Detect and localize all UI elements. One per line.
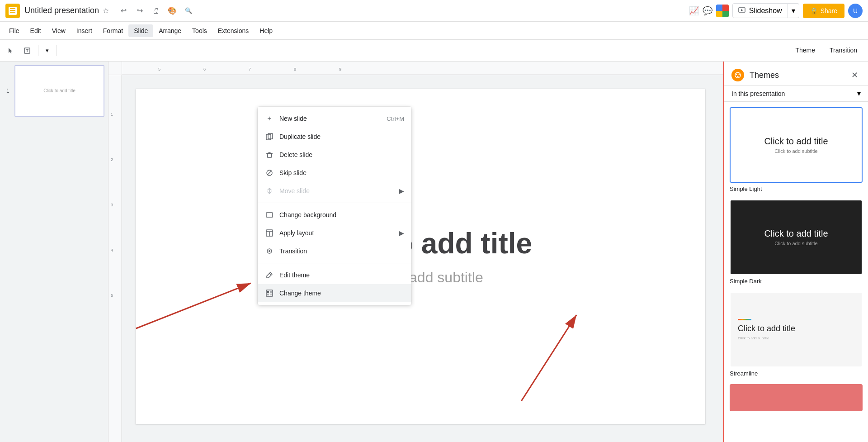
svg-text:5: 5 <box>158 67 160 71</box>
svg-text:8: 8 <box>294 67 296 71</box>
slideshow-button-group: Slideshow ▾ <box>732 3 799 18</box>
theme-streamline-title: Click to add title <box>731 324 862 333</box>
menu-item-extensions[interactable]: Extensions <box>212 24 254 37</box>
zoom-select-btn[interactable]: ▾ <box>42 43 52 58</box>
ctx-change-theme[interactable]: Change theme <box>258 284 411 302</box>
themes-filter-chevron: ▾ <box>857 89 861 98</box>
themes-panel-title: Themes <box>750 71 848 80</box>
svg-rect-3 <box>722 11 729 17</box>
theme-preview-coral[interactable] <box>730 384 863 411</box>
share-label: Share <box>821 7 837 14</box>
ctx-move-label: Move slide <box>279 187 394 195</box>
svg-text:1: 1 <box>111 112 113 117</box>
menu-item-arrange[interactable]: Arrange <box>153 24 187 37</box>
ctx-duplicate-slide[interactable]: Duplicate slide <box>258 128 411 146</box>
undo-btn[interactable]: ↩ <box>116 4 131 18</box>
ctx-new-slide-shortcut: Ctrl+M <box>387 115 404 122</box>
select-tool-btn[interactable] <box>4 43 18 58</box>
ctx-duplicate-label: Duplicate slide <box>279 133 404 140</box>
print-btn[interactable]: 🖨 <box>149 4 163 18</box>
star-icon[interactable]: ☆ <box>103 6 109 15</box>
ruler-corner <box>108 62 122 75</box>
svg-text:5: 5 <box>111 293 113 298</box>
menu-item-view[interactable]: View <box>47 24 71 37</box>
menu-item-insert[interactable]: Insert <box>71 24 98 37</box>
tab-transition[interactable]: Transition <box>822 43 864 58</box>
menu-item-edit[interactable]: Edit <box>25 24 47 37</box>
svg-text:3: 3 <box>111 203 113 207</box>
svg-point-28 <box>269 250 270 252</box>
ctx-background-icon <box>265 210 274 219</box>
svg-line-22 <box>267 171 272 175</box>
paint-btn[interactable]: 🎨 <box>165 4 179 18</box>
ctx-change-background[interactable]: Change background <box>258 206 411 224</box>
toolbar-sep-2 <box>56 45 57 56</box>
svg-rect-0 <box>716 5 722 11</box>
theme-streamline-subtitle: Click to add subtitle <box>731 336 769 340</box>
share-lock-icon: 🔒 <box>810 7 818 14</box>
zoom-level: ▾ <box>46 47 49 54</box>
svg-text:6: 6 <box>203 67 206 71</box>
ctx-edit-theme[interactable]: Edit theme <box>258 266 411 284</box>
toolbar-sep-1 <box>38 45 38 56</box>
share-button[interactable]: 🔒 Share <box>803 4 844 18</box>
ctx-background-label: Change background <box>279 211 404 219</box>
ctx-edit-theme-icon <box>265 271 274 280</box>
ctx-transition-icon <box>265 247 274 256</box>
themes-close-button[interactable]: ✕ <box>848 69 861 81</box>
ctx-transition[interactable]: Transition <box>258 242 411 260</box>
theme-simple-light-subtitle: Click to add subtitle <box>774 148 817 154</box>
svg-rect-31 <box>267 291 269 293</box>
themes-panel: Themes ✕ In this presentation ▾ Click to… <box>723 62 868 442</box>
ctx-skip-icon <box>265 168 274 177</box>
toolbar: ▾ Theme Transition <box>0 40 868 62</box>
ctx-layout-arrow: ▶ <box>399 229 404 237</box>
theme-streamline-accent <box>738 319 751 320</box>
menu-item-slide[interactable]: Slide <box>128 24 153 37</box>
text-tool-btn[interactable] <box>20 43 34 58</box>
tab-theme[interactable]: Theme <box>788 43 822 58</box>
theme-item-simple-light[interactable]: Click to add title Click to add subtitle… <box>730 107 863 192</box>
svg-text:7: 7 <box>249 67 251 71</box>
theme-item-streamline[interactable]: Click to add title Click to add subtitle… <box>730 292 863 377</box>
slide-canvas[interactable]: Click to add title Click to add subtitle <box>136 89 705 424</box>
slideshow-main-btn[interactable]: Slideshow <box>733 4 788 18</box>
ctx-change-theme-label: Change theme <box>279 290 404 297</box>
theme-item-coral[interactable] <box>730 384 863 411</box>
ctx-new-slide[interactable]: + New slide Ctrl+M <box>258 109 411 128</box>
top-right-actions: 📈 💬 Slideshow ▾ 🔒 Share U <box>689 3 863 18</box>
google-account-icon <box>716 5 729 17</box>
themes-filter-dropdown[interactable]: In this presentation ▾ <box>724 86 868 102</box>
slide-thumb-preview-1: Click to add title <box>15 66 104 116</box>
ctx-delete-slide[interactable]: Delete slide <box>258 146 411 164</box>
svg-rect-32 <box>270 291 272 293</box>
redo-btn[interactable]: ↪ <box>132 4 147 18</box>
menu-item-help[interactable]: Help <box>254 24 278 37</box>
ctx-delete-icon <box>265 150 274 159</box>
menu-item-file[interactable]: File <box>4 24 25 37</box>
ctx-move-arrow: ▶ <box>399 187 404 195</box>
svg-text:2: 2 <box>111 157 113 162</box>
themes-filter-label: In this presentation <box>731 90 857 97</box>
ctx-apply-layout[interactable]: Apply layout ▶ <box>258 224 411 242</box>
slides-panel: 1 Click to add title <box>0 62 108 442</box>
theme-preview-simple-dark[interactable]: Click to add title Click to add subtitle <box>730 200 863 275</box>
ctx-layout-label: Apply layout <box>279 229 394 237</box>
ctx-skip-slide[interactable]: Skip slide <box>258 164 411 182</box>
theme-preview-simple-light[interactable]: Click to add title Click to add subtitle <box>730 107 863 183</box>
presentation-title[interactable]: Untitled presentation <box>24 6 99 15</box>
themes-scroll-area[interactable]: Click to add title Click to add subtitle… <box>724 102 868 442</box>
menu-item-format[interactable]: Format <box>98 24 128 37</box>
user-avatar[interactable]: U <box>848 4 863 18</box>
zoom-btn[interactable]: 🔍 <box>181 4 196 18</box>
menu-item-tools[interactable]: Tools <box>187 24 212 37</box>
slideshow-dropdown-btn[interactable]: ▾ <box>788 4 799 18</box>
comment-icon[interactable]: 💬 <box>703 6 712 16</box>
ctx-layout-icon <box>265 228 274 238</box>
slideshow-label: Slideshow <box>749 7 782 15</box>
app-icon <box>5 4 20 18</box>
trend-icon[interactable]: 📈 <box>689 6 699 16</box>
theme-preview-streamline[interactable]: Click to add title Click to add subtitle <box>730 292 863 367</box>
theme-item-simple-dark[interactable]: Click to add title Click to add subtitle… <box>730 200 863 285</box>
slide-thumbnail-1[interactable]: 1 Click to add title <box>14 65 104 117</box>
